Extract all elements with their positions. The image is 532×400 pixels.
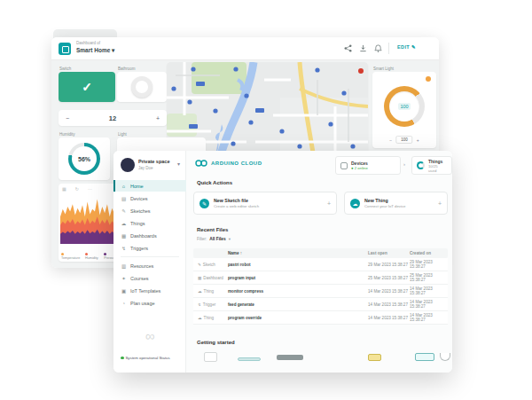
edit-button[interactable]: EDIT ✎ [397, 44, 416, 50]
stepper-minus-button[interactable]: − [66, 115, 69, 122]
download-icon[interactable] [359, 44, 367, 52]
dial-widget[interactable]: 100 − 100 + [372, 72, 436, 148]
legend-dot [104, 253, 106, 255]
dial-status-dot [426, 76, 431, 82]
table-header-row: Name ↑ Last open Created on [193, 248, 448, 258]
courses-icon: ✦ [121, 276, 127, 281]
things-icon: ☁ [121, 221, 127, 226]
status-dot [121, 357, 124, 360]
table-row[interactable]: ✎Sketch pastri robot 29 Mar 2023 15:38:2… [193, 258, 448, 271]
value-stepper-widget[interactable]: − 12 + [59, 110, 167, 126]
devices-summary-card[interactable]: Devices● 2 online [335, 156, 401, 175]
chart-tool-icon: ↻ [75, 186, 79, 192]
notification-bell-icon[interactable] [374, 44, 382, 52]
main-content: ARDUINO CLOUD Devices● 2 online › Things… [186, 151, 452, 373]
sort-asc-icon[interactable]: ↑ [240, 251, 242, 255]
things-summary-card[interactable]: Things10/25 used [411, 156, 452, 175]
chart-tool-icon: ▦ [62, 186, 66, 192]
dial-minus-button[interactable]: − [389, 137, 392, 143]
board-thumbnail[interactable] [368, 354, 381, 361]
progress-ring-icon [417, 161, 425, 169]
filter-chevron-down-icon: ▾ [229, 237, 231, 241]
sidebar-item-triggers[interactable]: ↯Triggers [113, 242, 186, 254]
sidebar-item-devices[interactable]: ▤Devices [113, 192, 186, 204]
quick-actions-heading: Quick Actions [197, 180, 232, 185]
table-row[interactable]: ▦Dashboard program input 25 Mar 2023 15:… [193, 271, 448, 285]
board-thumbnail[interactable] [238, 357, 261, 361]
sketches-icon: ✎ [121, 208, 127, 214]
app-logo [59, 43, 71, 55]
table-row[interactable]: ☁Thing monitor compress 14 Mar 2023 15:3… [193, 285, 448, 298]
header-divider [388, 43, 389, 54]
chart-toolbar[interactable]: ▦↻⋯ [62, 186, 92, 192]
new-sketch-card[interactable]: ✎ New Sketch fileCreate a web editor ske… [193, 192, 337, 215]
board-thumbnail[interactable] [415, 353, 434, 361]
dashboard-header: Dashboard of Smart Home ▾ EDIT ✎ [51, 37, 439, 60]
iot-templates-icon: ▣ [121, 288, 127, 294]
sidebar-item-plan-usage[interactable]: ◔Plan usage [113, 297, 186, 309]
chip-icon [340, 162, 348, 169]
sidebar-item-courses[interactable]: ✦Courses [113, 272, 186, 284]
arduino-logo-icon [195, 160, 207, 167]
dashboards-icon: ▦ [121, 233, 127, 239]
usb-cable-thumbnail[interactable] [440, 353, 450, 361]
space-chevron-down-icon[interactable]: ▾ [177, 161, 180, 167]
light-widget-label: Light [118, 132, 127, 137]
dashboard-subtitle: Dashboard of [76, 41, 100, 45]
home-icon: ⌂ [121, 184, 127, 189]
sidebar-item-dashboards[interactable]: ▦Dashboards [113, 230, 186, 241]
humidity-widget-label: Humidity [59, 132, 75, 137]
dashboard-title-dropdown[interactable]: Smart Home ▾ [76, 47, 114, 54]
dial-value: 100 [398, 103, 410, 110]
dial-stepper[interactable]: − 100 + [389, 136, 419, 144]
dial-stepper-value: 100 [395, 136, 413, 144]
plus-icon[interactable]: + [327, 200, 331, 207]
new-thing-card[interactable]: ☁ New ThingConnect your IoT device + [344, 192, 448, 215]
humidity-area-chart [60, 194, 117, 247]
dial-plus-button[interactable]: + [417, 137, 419, 143]
getting-started-carousel[interactable] [186, 349, 452, 369]
humidity-widget: 56% [59, 137, 110, 180]
sidebar-item-resources[interactable]: ▥Resources [113, 260, 186, 271]
space-subtitle: Jay Doe [138, 166, 153, 170]
plus-icon[interactable]: + [438, 200, 442, 207]
sidebar-item-iot-templates[interactable]: ▣IoT Templates [113, 285, 186, 296]
chart-widget: ▦↻⋯ Temperature Humidity Pressure [59, 184, 119, 262]
toggle-widget-label: Bathroom [118, 67, 136, 71]
system-status[interactable]: System operational Status [121, 356, 170, 360]
chart-tool-icon: ⋯ [88, 186, 92, 192]
file-filter[interactable]: Filter: All Files ▾ [197, 237, 231, 241]
toggle-widget[interactable] [117, 72, 167, 102]
legend-dot [61, 253, 64, 255]
sidebar: Private space Jay Doe ▾ ⌂Home ▤Devices ✎… [113, 151, 186, 373]
toggle-knob[interactable] [131, 76, 153, 98]
table-row[interactable]: ☁Thing program override 14 Mar 2023 15:3… [193, 311, 448, 325]
dial-ring[interactable]: 100 [384, 86, 425, 127]
sidebar-item-sketches[interactable]: ✎Sketches [113, 205, 186, 216]
screenshot-canvas: Dashboard of Smart Home ▾ EDIT ✎ Switch … [0, 0, 532, 400]
trigger-type-icon: ↯ [198, 302, 201, 307]
stepper-plus-button[interactable]: + [156, 115, 160, 122]
brand-text: ARDUINO CLOUD [211, 161, 262, 166]
board-thumbnail[interactable] [277, 355, 303, 360]
avatar[interactable] [121, 158, 135, 172]
board-thumbnail[interactable] [204, 352, 217, 362]
sketch-icon: ✎ [200, 199, 209, 208]
thing-type-icon: ☁ [198, 316, 202, 320]
check-icon: ✓ [59, 72, 115, 102]
humidity-value: 56% [72, 146, 97, 171]
brand: ARDUINO CLOUD [195, 160, 262, 167]
recent-files-heading: Recent Files [197, 227, 228, 232]
share-icon[interactable] [344, 44, 352, 52]
chevron-right-icon[interactable]: › [403, 161, 405, 167]
dial-widget-label: Smart Light [373, 67, 394, 71]
sidebar-item-home[interactable]: ⌂Home [113, 180, 186, 192]
humidity-gauge: 56% [68, 143, 100, 175]
legend-dot [85, 253, 88, 255]
switch-widget[interactable]: ✓ [59, 72, 115, 102]
resources-icon: ▥ [121, 263, 127, 269]
sidebar-item-things[interactable]: ☁Things [113, 217, 186, 229]
dashboard-type-icon: ▦ [198, 276, 201, 280]
table-row[interactable]: ↯Trigger feed generate 14 Mar 2023 15:38… [193, 298, 448, 311]
switch-widget-label: Switch [59, 67, 71, 71]
